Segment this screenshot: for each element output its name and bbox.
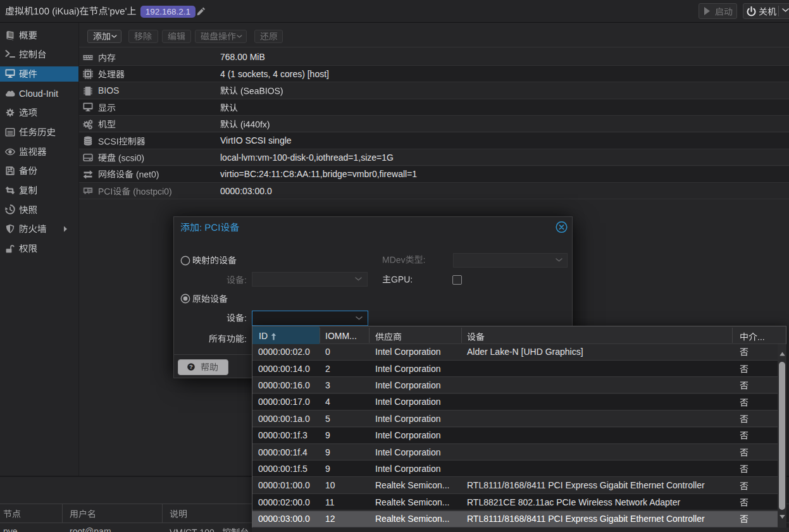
- svg-text:?: ?: [189, 363, 193, 370]
